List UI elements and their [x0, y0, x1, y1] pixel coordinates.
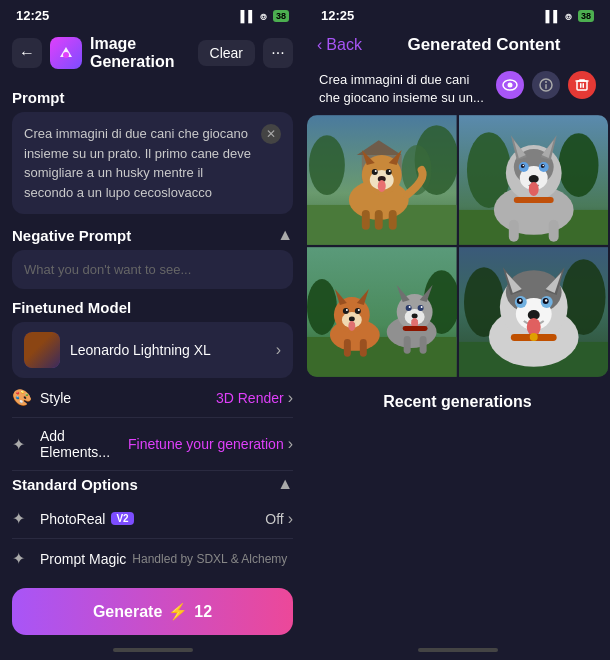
elements-value: Finetune your generation	[128, 436, 284, 452]
svg-point-43	[522, 165, 524, 167]
add-elements-row[interactable]: ✦ Add Elements... Finetune your generati…	[12, 418, 293, 471]
trash-icon	[575, 78, 589, 92]
photo-real-row[interactable]: ✦ PhotoReal V2 Off ›	[12, 499, 293, 539]
svg-point-66	[348, 321, 355, 331]
generated-image-4[interactable]	[459, 247, 609, 377]
standard-options-chevron[interactable]: ▲	[277, 475, 293, 493]
generated-action-icons	[496, 71, 596, 99]
svg-rect-30	[389, 210, 397, 230]
svg-rect-8	[580, 83, 582, 88]
svg-point-61	[343, 308, 349, 314]
right-home-indicator	[305, 640, 610, 660]
model-thumbnail	[24, 332, 60, 368]
clear-button[interactable]: Clear	[198, 40, 255, 66]
svg-point-3	[508, 83, 513, 88]
eye-button[interactable]	[496, 71, 524, 99]
svg-point-23	[389, 170, 391, 172]
back-button[interactable]: ←	[12, 38, 42, 68]
style-chevron-icon: ›	[288, 389, 293, 407]
generated-image-3[interactable]	[307, 247, 457, 377]
finetuned-model-label: Finetuned Model	[12, 299, 293, 316]
generate-label: Generate	[93, 603, 162, 621]
svg-point-63	[346, 309, 348, 311]
svg-point-64	[358, 309, 360, 311]
right-battery-badge: 38	[578, 10, 594, 22]
add-elements-label: Add Elements...	[40, 428, 128, 460]
svg-point-62	[355, 308, 361, 314]
negative-prompt-header: Negative Prompt ▲	[12, 226, 293, 244]
svg-rect-52	[508, 220, 518, 242]
recent-title: Recent generations	[319, 393, 596, 411]
app-title: Image Generation	[90, 35, 190, 71]
right-content: Crea immagini di due cani che giocano in…	[305, 63, 610, 640]
prompt-clear-icon[interactable]: ✕	[261, 124, 281, 144]
svg-rect-70	[360, 339, 367, 357]
dog-image-1-svg	[307, 115, 457, 245]
svg-point-75	[418, 305, 424, 311]
left-home-indicator	[0, 640, 305, 660]
right-home-bar	[418, 648, 498, 652]
svg-rect-29	[375, 210, 383, 230]
prompt-text: Crea immagini di due cani che giocano in…	[24, 124, 253, 202]
dog-image-4-svg	[459, 247, 609, 377]
svg-point-76	[409, 306, 411, 308]
svg-point-33	[558, 134, 598, 198]
photo-real-value: Off	[265, 511, 283, 527]
negative-prompt-label: Negative Prompt	[12, 227, 131, 244]
back-label: Back	[326, 36, 362, 54]
svg-rect-69	[344, 339, 351, 357]
trash-button[interactable]	[568, 71, 596, 99]
model-name: Leonardo Lightning XL	[70, 342, 266, 358]
svg-rect-82	[404, 336, 411, 354]
model-row[interactable]: Leonardo Lightning XL ›	[12, 322, 293, 378]
prompt-box: Crea immagini di due cani che giocano in…	[12, 112, 293, 214]
left-statusbar: 12:25 ▌▌ ⌾ 38	[0, 0, 305, 27]
svg-rect-51	[513, 197, 553, 203]
right-title: Generated Content	[370, 35, 598, 55]
elements-icon: ✦	[12, 435, 40, 454]
standard-options-label: Standard Options	[12, 476, 138, 493]
svg-rect-9	[583, 83, 585, 88]
svg-point-98	[545, 300, 547, 302]
svg-point-97	[519, 300, 521, 302]
generated-header: Crea immagini di due cani che giocano in…	[305, 63, 610, 115]
left-status-icons: ▌▌ ⌾ 38	[240, 10, 289, 22]
generate-button[interactable]: Generate ⚡ 12	[12, 588, 293, 635]
generated-image-1[interactable]	[307, 115, 457, 245]
recent-section: Recent generations	[305, 377, 610, 419]
svg-point-55	[307, 279, 337, 335]
right-back-button[interactable]: ‹ Back	[317, 36, 362, 54]
svg-rect-83	[420, 336, 427, 354]
style-row[interactable]: 🎨 Style 3D Render ›	[12, 378, 293, 418]
battery-badge: 38	[273, 10, 289, 22]
left-time: 12:25	[16, 8, 49, 23]
negative-prompt-chevron[interactable]: ▲	[277, 226, 293, 244]
negative-prompt-input[interactable]: What you don't want to see...	[12, 250, 293, 289]
style-value: 3D Render	[216, 390, 284, 406]
style-icon: 🎨	[12, 388, 40, 407]
more-button[interactable]: ···	[263, 38, 293, 68]
prompt-section-label: Prompt	[12, 89, 293, 106]
v2-badge: V2	[111, 512, 133, 525]
svg-point-11	[309, 136, 345, 196]
svg-rect-28	[362, 210, 370, 230]
wifi-icon: ⌾	[260, 10, 267, 22]
right-status-icons: ▌▌ ⌾ 38	[545, 10, 594, 22]
image-grid	[305, 115, 610, 377]
svg-point-106	[529, 333, 537, 341]
photo-real-chevron-icon: ›	[288, 510, 293, 528]
svg-point-6	[545, 81, 547, 83]
prompt-magic-row: ✦ Prompt Magic Handled by SDXL & Alchemy	[12, 539, 293, 578]
svg-point-22	[375, 170, 377, 172]
right-time: 12:25	[321, 8, 354, 23]
svg-point-46	[528, 182, 538, 196]
svg-rect-57	[307, 337, 457, 377]
app-logo-icon	[56, 43, 76, 63]
info-button[interactable]	[532, 71, 560, 99]
style-label: Style	[40, 390, 216, 406]
dog-image-2-svg	[459, 115, 609, 245]
svg-point-21	[386, 169, 392, 175]
generated-image-2[interactable]	[459, 115, 609, 245]
svg-point-74	[406, 305, 412, 311]
svg-rect-7	[577, 81, 587, 90]
